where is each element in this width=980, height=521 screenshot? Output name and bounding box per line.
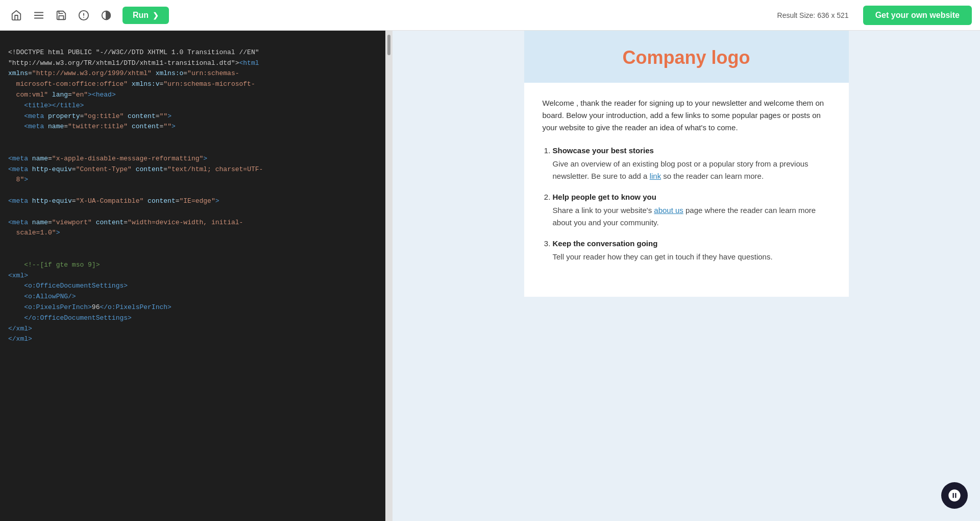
code-line: <o:PixelsPerInch>96</o:PixelsPerInch> (8, 302, 377, 313)
code-line: <meta name="viewport" content="width=dev… (8, 218, 377, 239)
code-line: <!--[if gte mso 9]> (8, 260, 377, 271)
intro-text: Welcome , thank the reader for signing u… (543, 97, 830, 134)
code-line: <meta http-equiv="X-UA-Compatible" conte… (8, 196, 377, 207)
preview-header: Company logo (524, 31, 849, 83)
item-1-link[interactable]: link (650, 172, 662, 180)
item-2-link[interactable]: about us (654, 206, 683, 215)
save-icon[interactable] (53, 7, 69, 23)
item-3-title: Keep the conversation going (553, 239, 658, 248)
code-editor[interactable]: <!DOCTYPE html PUBLIC "-//W3C//DTD XHTML… (0, 31, 385, 521)
panel-divider (385, 31, 393, 521)
code-line: <meta name="x-apple-disable-message-refo… (8, 154, 377, 164)
result-size: Result Size: 636 x 521 (777, 11, 849, 19)
code-line (8, 249, 377, 260)
list-item: Keep the conversation going Tell your re… (553, 239, 830, 263)
edit-icon[interactable] (76, 7, 92, 23)
code-line (8, 132, 377, 143)
code-line (8, 143, 377, 154)
code-line: </xml> (8, 334, 377, 345)
code-line (8, 239, 377, 249)
item-3-body: Tell your reader how they can get in tou… (553, 251, 830, 263)
code-line: <meta http-equiv="Content-Type" content=… (8, 164, 377, 186)
item-1-title: Showcase your best stories (553, 146, 654, 155)
run-chevron-icon: ❯ (153, 11, 159, 19)
item-1-body: Give an overview of an existing blog pos… (553, 158, 830, 182)
run-label: Run (133, 11, 149, 20)
code-line (8, 37, 377, 48)
preview-panel: Company logo Welcome , thank the reader … (393, 31, 980, 521)
code-line (8, 185, 377, 196)
home-icon[interactable] (8, 7, 24, 23)
code-line: <!DOCTYPE html PUBLIC "-//W3C//DTD XHTML… (8, 48, 377, 58)
menu-icon[interactable] (31, 7, 47, 23)
item-2-title: Help people get to know you (553, 193, 656, 201)
scrollbar-handle[interactable] (387, 35, 390, 55)
company-logo-heading: Company logo (534, 47, 839, 68)
code-line: <title></title> (8, 101, 377, 111)
code-line (8, 207, 377, 218)
run-button[interactable]: Run ❯ (122, 7, 169, 24)
code-line: "http://www.w3.org/TR/xhtml1/DTD/xhtml1-… (8, 58, 377, 69)
preview-list: Showcase your best stories Give an overv… (543, 146, 830, 263)
main-area: <!DOCTYPE html PUBLIC "-//W3C//DTD XHTML… (0, 31, 980, 521)
contrast-icon[interactable] (98, 7, 114, 23)
ai-assistant-button[interactable] (941, 482, 968, 509)
code-line: <o:AllowPNG/> (8, 292, 377, 302)
list-item: Showcase your best stories Give an overv… (553, 146, 830, 182)
code-line: </xml> (8, 324, 377, 335)
code-line: </o:OfficeDocumentSettings> (8, 313, 377, 324)
get-website-button[interactable]: Get your own website (863, 6, 972, 25)
code-line: <meta property="og:title" content=""> (8, 111, 377, 122)
item-2-body: Share a link to your website's about us … (553, 204, 830, 229)
code-line: <meta name="twitter:title" content=""> (8, 122, 377, 132)
code-line: <xml> (8, 271, 377, 281)
preview-body: Welcome , thank the reader for signing u… (524, 83, 849, 288)
code-line: <o:OfficeDocumentSettings> (8, 281, 377, 292)
preview-content: Company logo Welcome , thank the reader … (524, 31, 849, 297)
toolbar: Run ❯ Result Size: 636 x 521 Get your ow… (0, 0, 980, 31)
list-item: Help people get to know you Share a link… (553, 193, 830, 229)
code-line: xmlns="http://www.w3.org/1999/xhtml" xml… (8, 68, 377, 100)
